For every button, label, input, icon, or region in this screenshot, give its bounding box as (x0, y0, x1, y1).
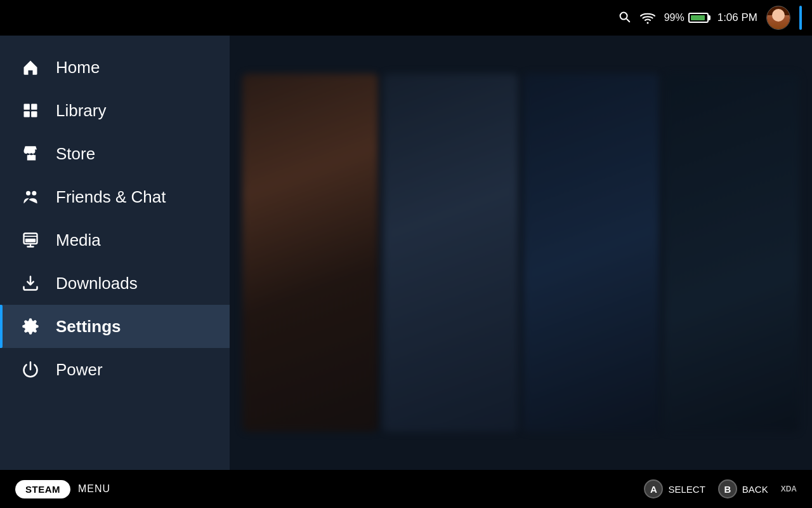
sidebar-label-friends: Friends & Chat (56, 187, 166, 207)
clock: 1:06 PM (717, 11, 757, 24)
svg-point-0 (646, 22, 648, 24)
bottom-left: STEAM MENU (15, 480, 110, 498)
game-thumb-2 (383, 74, 519, 432)
sidebar: Home Library Store (0, 36, 230, 470)
home-icon (20, 57, 41, 77)
downloads-icon (20, 273, 41, 293)
xda-logo: XDA (781, 485, 797, 493)
sidebar-item-downloads[interactable]: Downloads (0, 262, 230, 305)
game-thumb-4 (664, 74, 800, 432)
avatar[interactable] (766, 6, 790, 30)
top-bar: 99% 1:06 PM (0, 0, 812, 36)
friends-icon (20, 187, 41, 207)
sidebar-label-media: Media (56, 231, 101, 250)
sidebar-item-friends[interactable]: Friends & Chat (0, 175, 230, 218)
svg-point-6 (32, 191, 36, 196)
sidebar-item-store[interactable]: Store (0, 132, 230, 175)
game-thumb-1 (242, 74, 378, 432)
avatar-indicator (799, 6, 802, 30)
svg-point-5 (26, 191, 30, 196)
b-button[interactable]: B (718, 479, 737, 498)
sidebar-item-power[interactable]: Power (0, 348, 230, 391)
select-label: SELECT (668, 484, 705, 495)
select-button-group: A SELECT (644, 479, 705, 498)
svg-rect-3 (24, 111, 30, 117)
search-icon[interactable] (617, 10, 631, 27)
menu-label: MENU (78, 483, 110, 495)
svg-rect-2 (31, 104, 37, 110)
sidebar-item-library[interactable]: Library (0, 89, 230, 132)
battery-icon (688, 13, 709, 23)
bottom-right: A SELECT B BACK XDA (644, 479, 797, 498)
game-thumb-3 (523, 74, 659, 432)
sidebar-item-media[interactable]: Media (0, 218, 230, 262)
sidebar-label-settings: Settings (56, 317, 121, 337)
game-thumbnails (230, 36, 812, 470)
svg-rect-8 (25, 239, 36, 243)
bottom-bar: STEAM MENU A SELECT B BACK XDA (0, 470, 812, 508)
sidebar-label-power: Power (56, 360, 103, 380)
store-icon (20, 144, 41, 164)
sidebar-label-library: Library (56, 101, 106, 121)
battery-status: 99% (664, 12, 709, 23)
settings-icon (20, 316, 41, 337)
wifi-icon (640, 11, 655, 24)
sidebar-item-settings[interactable]: Settings (0, 305, 230, 348)
back-button-group: B BACK (718, 479, 768, 498)
sidebar-label-downloads: Downloads (56, 274, 138, 293)
svg-rect-1 (24, 104, 30, 110)
back-label: BACK (742, 484, 768, 495)
steam-button[interactable]: STEAM (15, 480, 70, 498)
library-icon (20, 100, 41, 121)
sidebar-label-store: Store (56, 144, 95, 164)
battery-percent: 99% (664, 12, 684, 23)
sidebar-item-home[interactable]: Home (0, 46, 230, 89)
power-icon (20, 359, 41, 380)
a-button[interactable]: A (644, 479, 663, 498)
svg-rect-4 (31, 111, 37, 117)
media-icon (20, 230, 41, 250)
main-content (230, 36, 812, 470)
sidebar-label-home: Home (56, 58, 100, 77)
